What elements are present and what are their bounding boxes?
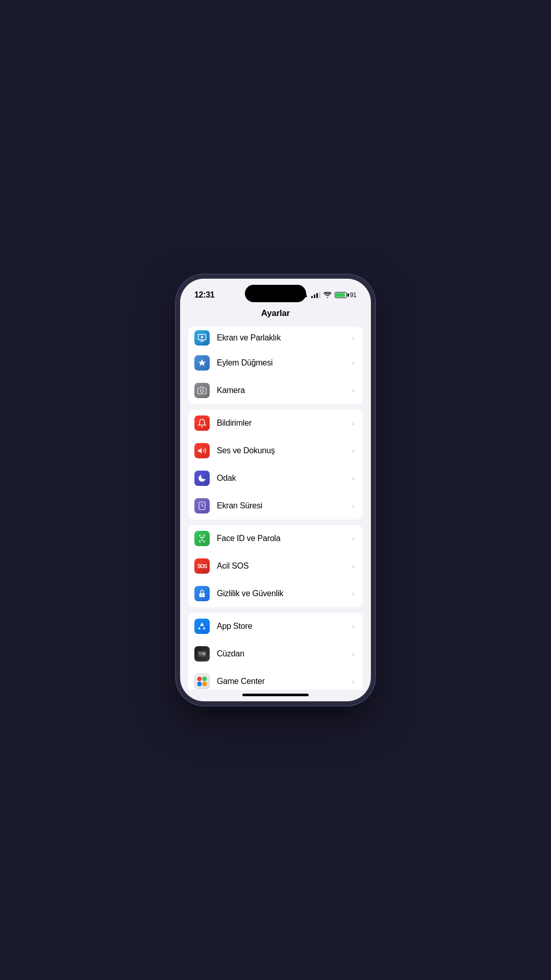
ekran-suresi-label: Ekran Süresi bbox=[217, 501, 352, 510]
ses-label: Ses ve Dokunuş bbox=[217, 446, 352, 455]
chevron-odak: › bbox=[352, 474, 355, 482]
focus-icon bbox=[194, 471, 210, 486]
chevron-kamera: › bbox=[352, 386, 355, 395]
bildirimler-label: Bildirimler bbox=[217, 419, 352, 428]
screen: 12:31 bbox=[180, 279, 371, 701]
gamecenter-label: Game Center bbox=[217, 677, 352, 686]
svg-rect-10 bbox=[203, 653, 206, 655]
settings-content[interactable]: Ekran ve Parlaklık › Eylem Düğmesi › bbox=[180, 325, 371, 690]
svg-point-7 bbox=[202, 595, 203, 596]
signal-icon bbox=[311, 292, 320, 298]
phone-frame: 12:31 bbox=[176, 275, 375, 705]
chevron-eylem: › bbox=[352, 359, 355, 367]
settings-row-bildirimler[interactable]: Bildirimler › bbox=[188, 409, 363, 437]
settings-row-kamera[interactable]: Kamera › bbox=[188, 377, 363, 404]
settings-row-faceid[interactable]: Face ID ve Parola › bbox=[188, 525, 363, 552]
faceid-icon bbox=[194, 531, 210, 546]
ekran-parlaklik-label: Ekran ve Parlaklık bbox=[217, 333, 352, 342]
eylem-dugmesi-label: Eylem Düğmesi bbox=[217, 358, 352, 368]
svg-point-2 bbox=[201, 389, 204, 393]
action-button-icon bbox=[194, 355, 210, 371]
camera-icon bbox=[194, 383, 210, 398]
settings-row-odak[interactable]: Odak › bbox=[188, 464, 363, 492]
battery-icon bbox=[335, 292, 347, 298]
faceid-label: Face ID ve Parola bbox=[217, 534, 352, 543]
svg-point-12 bbox=[203, 677, 207, 681]
wifi-icon bbox=[323, 292, 332, 298]
status-icons: 91 bbox=[301, 291, 357, 299]
screentime-icon bbox=[194, 498, 210, 513]
home-indicator bbox=[242, 694, 309, 696]
chevron-bildirimler: › bbox=[352, 419, 355, 427]
wallet-icon bbox=[194, 646, 210, 662]
settings-group-display: Ekran ve Parlaklık › Eylem Düğmesi › bbox=[188, 327, 363, 404]
display-icon bbox=[194, 330, 210, 346]
chevron-gizlilik: › bbox=[352, 590, 355, 598]
gizlilik-label: Gizlilik ve Güvenlik bbox=[217, 589, 352, 598]
appstore-label: App Store bbox=[217, 622, 352, 631]
svg-point-6 bbox=[203, 537, 204, 538]
odak-label: Odak bbox=[217, 474, 352, 483]
battery-level: 91 bbox=[350, 291, 357, 299]
privacy-icon bbox=[194, 586, 210, 601]
settings-row-ekran-parlaklik[interactable]: Ekran ve Parlaklık › bbox=[188, 327, 363, 349]
kamera-label: Kamera bbox=[217, 386, 352, 395]
settings-row-appstore[interactable]: App Store › bbox=[188, 612, 363, 640]
settings-row-gamecenter[interactable]: Game Center › bbox=[188, 668, 363, 690]
settings-row-eylem-dugmesi[interactable]: Eylem Düğmesi › bbox=[188, 349, 363, 377]
sos-icon: SOS bbox=[194, 558, 210, 574]
chevron-ekran: › bbox=[352, 334, 355, 342]
settings-group-apps: App Store › Cüzdan › bbox=[188, 612, 363, 690]
chevron-faceid: › bbox=[352, 534, 355, 543]
chevron-acilsos: › bbox=[352, 562, 355, 570]
settings-row-ses[interactable]: Ses ve Dokunuş › bbox=[188, 437, 363, 464]
nav-header: Ayarlar bbox=[180, 304, 371, 325]
settings-group-notifications: Bildirimler › Ses ve Dokunuş › bbox=[188, 409, 363, 520]
svg-point-1 bbox=[201, 336, 204, 338]
chevron-gamecenter: › bbox=[352, 677, 355, 685]
settings-row-acilsos[interactable]: SOS Acil SOS › bbox=[188, 552, 363, 580]
acilsos-label: Acil SOS bbox=[217, 561, 352, 571]
settings-row-gizlilik[interactable]: Gizlilik ve Güvenlik › bbox=[188, 580, 363, 607]
sound-icon bbox=[194, 443, 210, 458]
svg-point-5 bbox=[201, 537, 202, 538]
settings-row-ekran-suresi[interactable]: Ekran Süresi › bbox=[188, 492, 363, 520]
notifications-icon bbox=[194, 415, 210, 431]
status-time: 12:31 bbox=[194, 290, 214, 300]
svg-point-14 bbox=[203, 682, 207, 687]
svg-marker-3 bbox=[198, 448, 202, 454]
gamecenter-icon bbox=[194, 674, 210, 689]
page-title: Ayarlar bbox=[261, 308, 290, 318]
dynamic-island bbox=[245, 285, 306, 302]
settings-group-security: Face ID ve Parola › SOS Acil SOS › bbox=[188, 525, 363, 607]
chevron-cuzdan: › bbox=[352, 650, 355, 658]
appstore-icon bbox=[194, 619, 210, 634]
chevron-ses: › bbox=[352, 447, 355, 455]
settings-row-cuzdan[interactable]: Cüzdan › bbox=[188, 640, 363, 668]
chevron-appstore: › bbox=[352, 622, 355, 630]
chevron-ekran-suresi: › bbox=[352, 502, 355, 510]
cuzdan-label: Cüzdan bbox=[217, 649, 352, 658]
svg-point-13 bbox=[197, 682, 202, 687]
svg-point-11 bbox=[197, 677, 202, 681]
